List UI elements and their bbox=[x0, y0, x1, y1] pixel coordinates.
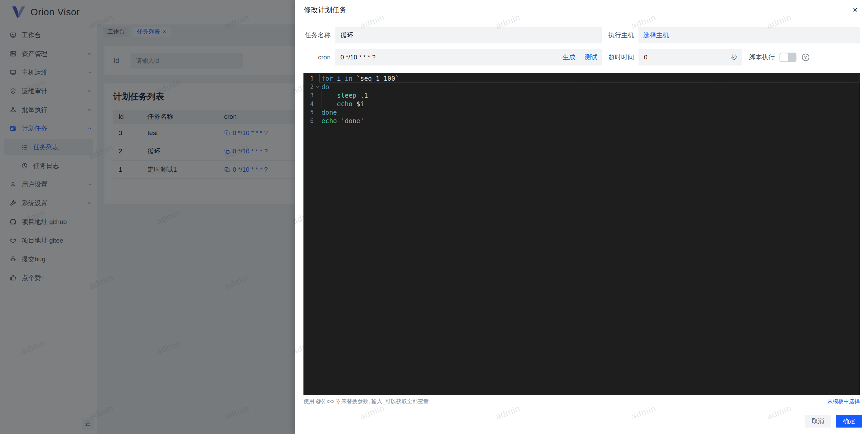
indent-guide bbox=[321, 99, 321, 108]
editor-line: 2do bbox=[303, 82, 860, 91]
script-exec-toggle[interactable] bbox=[780, 53, 796, 62]
cron-test-button[interactable]: 测试 bbox=[580, 53, 602, 62]
cron-generate-button[interactable]: 生成 bbox=[558, 53, 580, 62]
line-number: 3 bbox=[303, 92, 314, 99]
chevron-down-icon bbox=[315, 84, 320, 89]
code-text: done bbox=[321, 109, 337, 116]
script-exec-label: 脚本执行 bbox=[749, 53, 775, 62]
edit-task-modal: 修改计划任务 × 任务名称 循环 执行主机 选择主机 cron 0 */10 *… bbox=[295, 0, 868, 434]
cancel-button[interactable]: 取消 bbox=[805, 415, 831, 428]
toggle-knob bbox=[780, 53, 788, 61]
timeout-label: 超时时间 bbox=[607, 53, 634, 62]
code-text: echo 'done' bbox=[321, 117, 364, 125]
cron-label: cron bbox=[303, 54, 331, 61]
cron-input-group: 0 */10 * * * ? 生成 测试 bbox=[335, 49, 602, 65]
select-from-template-link[interactable]: 从模板中选择 bbox=[827, 398, 860, 405]
current-line-highlight bbox=[319, 74, 860, 82]
fold-icon bbox=[314, 84, 321, 89]
timeout-field-group: 超时时间 0 秒 脚本执行 ? bbox=[607, 49, 860, 65]
editor-line: 5done bbox=[303, 108, 860, 116]
task-name-label: 任务名称 bbox=[303, 31, 331, 40]
modal-body: 任务名称 循环 执行主机 选择主机 cron 0 */10 * * * ? 生成… bbox=[295, 20, 868, 408]
line-number: 5 bbox=[303, 109, 314, 116]
modal-header: 修改计划任务 × bbox=[295, 0, 868, 20]
code-text: for i in `seq 1 100` bbox=[321, 75, 399, 82]
task-name-field-group: 任务名称 循环 bbox=[303, 27, 602, 43]
close-icon[interactable]: × bbox=[849, 4, 861, 16]
form-row-2: cron 0 */10 * * * ? 生成 测试 超时时间 0 秒 脚本执行 … bbox=[303, 49, 860, 65]
exec-host-field-group: 执行主机 选择主机 bbox=[607, 27, 860, 43]
line-number: 6 bbox=[303, 117, 314, 124]
indent-guide bbox=[321, 91, 321, 99]
help-icon[interactable]: ? bbox=[802, 54, 809, 61]
timeout-value: 0 bbox=[638, 54, 731, 61]
modal-footer: 取消 确定 bbox=[295, 408, 868, 434]
select-host-button[interactable]: 选择主机 bbox=[638, 27, 860, 43]
form-row-1: 任务名称 循环 执行主机 选择主机 bbox=[303, 27, 860, 43]
line-number: 1 bbox=[303, 75, 314, 82]
editor-line: 3 sleep .1 bbox=[303, 91, 860, 99]
code-text: sleep .1 bbox=[321, 92, 368, 99]
task-name-input[interactable]: 循环 bbox=[335, 27, 602, 43]
editor-line: 6echo 'done' bbox=[303, 116, 860, 125]
modal-title: 修改计划任务 bbox=[304, 5, 347, 15]
editor-line: 4 echo $i bbox=[303, 99, 860, 108]
code-text: echo $i bbox=[321, 100, 364, 108]
timeout-unit: 秒 bbox=[731, 53, 742, 61]
code-text: do bbox=[321, 83, 329, 91]
exec-host-label: 执行主机 bbox=[607, 31, 634, 40]
confirm-button[interactable]: 确定 bbox=[836, 415, 862, 428]
script-code-editor[interactable]: 1for i in `seq 1 100`2do3 sleep .14 echo… bbox=[303, 73, 860, 395]
editor-line: 1for i in `seq 1 100` bbox=[303, 74, 860, 82]
line-number: 4 bbox=[303, 100, 314, 107]
cron-input[interactable]: 0 */10 * * * ? bbox=[335, 54, 558, 61]
cron-field-group: cron 0 */10 * * * ? 生成 测试 bbox=[303, 49, 602, 65]
editor-hint-row: 使用 @{{ xxx }} 来替换参数, 输入_可以获取全部变量 从模板中选择 bbox=[303, 395, 860, 408]
line-number: 2 bbox=[303, 83, 314, 90]
timeout-input[interactable]: 0 秒 bbox=[638, 49, 742, 65]
parameter-hint: 使用 @{{ xxx }} 来替换参数, 输入_可以获取全部变量 bbox=[303, 398, 429, 405]
